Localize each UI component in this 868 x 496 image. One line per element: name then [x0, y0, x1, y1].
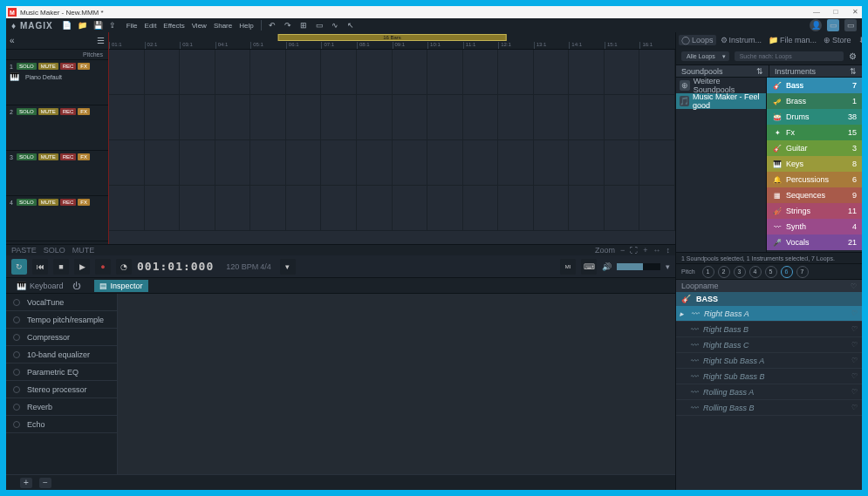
zoom-out-icon[interactable]: −: [620, 246, 625, 255]
menu-file[interactable]: File: [126, 22, 138, 30]
effect-toggle[interactable]: [13, 404, 20, 411]
rec-button[interactable]: REC: [60, 199, 77, 206]
snap-icon[interactable]: ⊞: [300, 21, 309, 30]
favorite-icon[interactable]: ♡: [851, 388, 857, 396]
loop-item[interactable]: 〰Right Sub Bass B♡: [676, 369, 862, 384]
mute-button[interactable]: MUTE: [38, 199, 58, 206]
undo-icon[interactable]: ↶: [269, 21, 277, 30]
favorite-icon[interactable]: ♡: [851, 309, 857, 317]
midi-icon[interactable]: MI: [560, 259, 576, 275]
metronome-button[interactable]: ◔: [116, 259, 132, 275]
effect-toggle[interactable]: [13, 369, 20, 376]
col-instruments[interactable]: Instruments⇅: [769, 65, 862, 77]
remove-effect-button[interactable]: −: [39, 478, 51, 488]
effect-item[interactable]: VocalTune: [6, 294, 117, 311]
record-button[interactable]: ●: [95, 259, 111, 275]
mute-button[interactable]: MUTE: [38, 153, 58, 160]
keyboard-icon[interactable]: ⌨: [581, 259, 597, 275]
tab-filemanager[interactable]: 📁File man...: [766, 35, 819, 45]
effect-item[interactable]: Stereo processor: [6, 381, 117, 398]
loop-item[interactable]: 〰Right Bass B♡: [676, 322, 862, 337]
maximize-button[interactable]: □: [830, 8, 841, 17]
loop-group[interactable]: 🎸BASS: [676, 292, 862, 306]
tab-instruments[interactable]: ⚙Instrum...: [718, 35, 765, 45]
loop-item[interactable]: 〰Right Sub Bass A♡: [676, 353, 862, 369]
fx-button[interactable]: FX: [78, 63, 90, 70]
favorite-icon[interactable]: ♡: [851, 372, 857, 380]
fx-button[interactable]: FX: [78, 108, 90, 115]
pitch-button[interactable]: 3: [734, 266, 746, 278]
loop-item[interactable]: 〰Rolling Bass B♡: [676, 400, 862, 416]
pitch-button[interactable]: 2: [718, 266, 730, 278]
tab-downloads[interactable]: ⬇Downlo...: [856, 35, 862, 45]
effect-toggle[interactable]: [13, 299, 20, 306]
effect-item[interactable]: Echo: [6, 416, 117, 433]
effect-toggle[interactable]: [13, 351, 20, 358]
keyboard-power-icon[interactable]: ⏻: [72, 282, 80, 290]
export-icon[interactable]: ⇪: [109, 21, 118, 30]
menu-view[interactable]: View: [192, 22, 207, 30]
instrument-item[interactable]: 🎸Bass7: [767, 78, 862, 93]
effect-toggle[interactable]: [13, 386, 20, 393]
menu-share[interactable]: Share: [214, 22, 232, 30]
tab-store[interactable]: ⊕Store: [821, 35, 854, 45]
track-name[interactable]: Piano Default: [25, 74, 62, 80]
open-file-icon[interactable]: 📁: [78, 21, 86, 30]
effect-item[interactable]: 10-band equalizer: [6, 346, 117, 364]
pitch-button[interactable]: 1: [702, 266, 714, 278]
instrument-item[interactable]: 🎤Vocals21: [767, 234, 862, 250]
instrument-item[interactable]: 🎸Guitar3: [767, 140, 862, 156]
favorite-icon[interactable]: ♡: [851, 325, 857, 333]
search-input[interactable]: Suche nach: Loops: [735, 51, 844, 61]
add-effect-button[interactable]: +: [20, 478, 32, 488]
speaker-icon[interactable]: 🔊: [602, 262, 612, 271]
sort-icon[interactable]: ⇅: [850, 67, 857, 76]
pitch-button[interactable]: 6: [781, 266, 793, 278]
loopname-header[interactable]: Loopname: [681, 282, 719, 290]
effect-toggle[interactable]: [13, 334, 20, 341]
instrument-item[interactable]: 🥁Drums38: [767, 109, 862, 125]
transport-time[interactable]: 001:01:000: [137, 260, 214, 273]
close-button[interactable]: ✕: [850, 8, 860, 17]
timeline-track[interactable]: [109, 50, 675, 95]
pitch-button[interactable]: 7: [796, 266, 809, 278]
fx-button[interactable]: FX: [78, 153, 90, 160]
skip-start-button[interactable]: ⏮: [32, 259, 48, 275]
instrument-item[interactable]: 🔔Percussions6: [767, 172, 862, 187]
instrument-icon[interactable]: 🎹: [10, 72, 22, 81]
loop-item[interactable]: ▸〰Right Bass A♡: [676, 306, 862, 322]
rec-button[interactable]: REC: [60, 153, 77, 160]
menu-help[interactable]: Help: [239, 22, 253, 30]
volume-slider[interactable]: [617, 263, 660, 270]
bar-range-label[interactable]: 16 Bars: [277, 34, 507, 41]
stop-button[interactable]: ■: [53, 259, 69, 275]
menu-effects[interactable]: Effects: [163, 22, 184, 30]
collapse-icon[interactable]: «: [10, 36, 15, 45]
track-menu-icon[interactable]: ☰: [97, 36, 105, 45]
redo-icon[interactable]: ↷: [284, 21, 293, 30]
favorite-icon[interactable]: ♡: [851, 341, 857, 349]
effect-toggle[interactable]: [13, 316, 20, 323]
favorite-icon[interactable]: ♡: [851, 404, 857, 411]
rec-button[interactable]: REC: [60, 108, 77, 115]
effect-toggle[interactable]: [13, 421, 20, 428]
zoom-in-icon[interactable]: +: [643, 246, 647, 255]
tab-inspector[interactable]: ▤ Inspector: [94, 280, 148, 292]
menu-edit[interactable]: Edit: [145, 22, 157, 30]
new-file-icon[interactable]: 📄: [62, 21, 71, 30]
play-button[interactable]: ▶: [74, 259, 90, 275]
loops-filter-dropdown[interactable]: Alle Loops: [681, 51, 729, 61]
rec-button[interactable]: REC: [60, 63, 77, 70]
solo-button[interactable]: SOLO: [17, 108, 37, 115]
user-icon[interactable]: 👤: [810, 19, 822, 31]
minimize-button[interactable]: —: [811, 8, 822, 17]
solo-button[interactable]: SOLO: [17, 63, 37, 70]
track-header[interactable]: 3 SOLO MUTE REC FX: [6, 151, 108, 196]
volume-menu-icon[interactable]: ▾: [666, 262, 670, 271]
instrument-item[interactable]: 〰Synth4: [767, 219, 862, 234]
tab-loops[interactable]: ◯Loops: [679, 35, 716, 45]
instrument-item[interactable]: 🎻Strings11: [767, 203, 862, 219]
soundpool-item[interactable]: 🎵Music Maker - Feel good: [676, 93, 766, 109]
effect-item[interactable]: Reverb: [6, 398, 117, 416]
fx-button[interactable]: FX: [78, 199, 90, 206]
